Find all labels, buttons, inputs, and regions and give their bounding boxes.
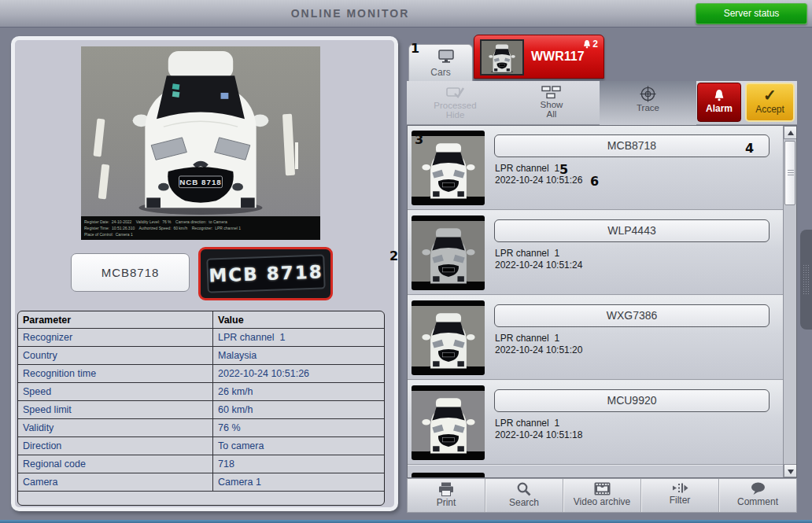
arrow-down-icon xyxy=(788,470,794,474)
show-all-button[interactable]: Show All xyxy=(504,81,600,125)
scroll-up-button[interactable] xyxy=(784,126,797,139)
alarm-button[interactable]: Alarm xyxy=(697,83,741,122)
tab-alarm-wwr117[interactable]: WWR117 2 xyxy=(474,35,604,79)
callout-6: 6 xyxy=(590,174,599,189)
lane-marking xyxy=(282,114,295,176)
callout-2: 2 xyxy=(389,249,398,263)
table-row: Validity 76 % xyxy=(18,419,384,437)
comment-icon xyxy=(751,482,766,495)
list-channel: LPR channel 1 xyxy=(495,418,559,429)
list-channel: LPR channel 1 xyxy=(495,248,559,259)
table-row: Direction To camera xyxy=(18,437,384,455)
table-row: Speed 26 km/h xyxy=(18,383,384,401)
trace-button[interactable]: Trace xyxy=(600,81,696,125)
list-item[interactable]: MCU9920 LPR channel 1 2022-10-24 10:51:1… xyxy=(408,381,784,465)
callout-4: 4 xyxy=(745,141,754,156)
bell-icon xyxy=(583,39,591,49)
partial-list-item xyxy=(412,473,485,478)
list-time: 2022-10-24 10:51:18 xyxy=(495,429,582,440)
table-row: Recognition time 2022-10-24 10:51:26 xyxy=(18,365,384,383)
bottom-toolbar: Print Search Video archive Filter xyxy=(407,478,797,513)
list-time: 2022-10-24 10:51:26 xyxy=(495,175,582,186)
comment-button[interactable]: Comment xyxy=(719,479,796,512)
parameter-table: Parameter Value Recognizer LPR channel 1… xyxy=(17,311,385,506)
tab-cars-label: Cars xyxy=(409,67,472,78)
monitor-icon xyxy=(438,50,454,63)
list-time: 2022-10-24 10:51:24 xyxy=(495,260,582,271)
plate-crop-frame: MCB 8718 xyxy=(198,247,333,300)
col-parameter: Parameter xyxy=(18,311,213,328)
print-button[interactable]: Print xyxy=(408,479,485,512)
list-time: 2022-10-24 10:51:20 xyxy=(495,344,582,355)
arrow-up-icon xyxy=(788,131,794,135)
list-scrollbar[interactable] xyxy=(783,126,796,477)
window-bottom-edge xyxy=(0,520,812,523)
callout-3: 3 xyxy=(415,132,423,147)
list-channel: LPR channel 1 xyxy=(495,333,559,344)
vehicle-thumbnail xyxy=(412,215,485,290)
lane-marking xyxy=(94,119,105,157)
alarm-tab-thumbnail xyxy=(480,39,524,76)
detail-panel: NCB 8718 Register Date: 24-10-2022 Valid… xyxy=(11,36,398,511)
list-plate: MCU9920 xyxy=(494,389,770,412)
scroll-down-button[interactable] xyxy=(784,464,797,477)
list-item[interactable]: WLP4443 LPR channel 1 2022-10-24 10:51:2… xyxy=(408,211,784,295)
list-channel: LPR channel 1 xyxy=(495,163,559,174)
table-row: Country Malaysia xyxy=(18,347,384,365)
vehicle-thumbnail xyxy=(412,385,485,460)
trace-icon xyxy=(640,86,656,102)
check-icon: ✓ xyxy=(747,87,793,104)
video-archive-button[interactable]: Video archive xyxy=(563,479,641,512)
list-plate: WLP4443 xyxy=(494,219,770,242)
search-button[interactable]: Search xyxy=(485,479,563,512)
processed-hide-button[interactable]: Processed Hide xyxy=(407,81,504,125)
filter-button[interactable]: Filter xyxy=(641,479,719,512)
vehicle-thumbnail xyxy=(412,300,485,375)
lane-marking xyxy=(98,164,110,200)
recognized-plate-text: MCB8718 xyxy=(71,253,190,292)
search-icon xyxy=(517,482,531,496)
recognition-list: MCB8718 LPR channel 1 2022-10-24 10:51:2… xyxy=(407,125,797,478)
window-title: ONLINE MONITOR xyxy=(0,7,700,20)
table-row: Recognizer LPR channel 1 xyxy=(18,329,384,347)
accept-button[interactable]: ✓ Accept xyxy=(745,83,795,122)
print-icon xyxy=(438,482,454,496)
list-item[interactable]: MCB8718 LPR channel 1 2022-10-24 10:51:2… xyxy=(408,126,784,210)
alarm-badge: 2 xyxy=(583,39,598,50)
title-bar: ONLINE MONITOR Server status xyxy=(0,0,812,28)
processed-icon xyxy=(446,86,465,100)
table-row: Regional code 718 xyxy=(18,455,384,473)
list-toolbar: Processed Hide Show All Trace Alarm ✓ Ac… xyxy=(407,81,797,125)
table-header-row: Parameter Value xyxy=(18,311,384,329)
list-plate: MCB8718 xyxy=(494,134,770,157)
scrollbar-thumb[interactable] xyxy=(784,141,795,205)
photo-overlay-text: Register Date: 24-10-2022 Validity Level… xyxy=(81,216,320,240)
alarm-tab-plate: WWR117 xyxy=(531,50,585,64)
filter-icon xyxy=(672,482,688,494)
list-plate: WXG7386 xyxy=(494,304,770,327)
vehicle-photo: NCB 8718 Register Date: 24-10-2022 Valid… xyxy=(81,46,320,240)
col-value: Value xyxy=(213,311,384,328)
alarm-badge-count: 2 xyxy=(592,39,598,50)
callout-1: 1 xyxy=(411,41,419,56)
list-item[interactable]: WXG7386 LPR channel 1 2022-10-24 10:51:2… xyxy=(408,296,784,380)
server-status-button[interactable]: Server status xyxy=(696,3,807,24)
show-all-icon xyxy=(541,86,562,99)
table-row: Speed limit 60 km/h xyxy=(18,401,384,419)
alarm-bell-icon xyxy=(714,89,725,101)
panel-collapse-handle[interactable] xyxy=(800,230,812,330)
photo-plate-text: NCB 8718 xyxy=(179,178,222,186)
callout-5: 5 xyxy=(559,162,568,177)
car-illustration: NCB 8718 xyxy=(122,50,279,215)
detection-mark xyxy=(295,142,298,169)
video-archive-icon xyxy=(594,482,611,495)
table-row: Camera Camera 1 xyxy=(18,473,384,492)
plate-crop-image: MCB 8718 xyxy=(206,254,325,293)
